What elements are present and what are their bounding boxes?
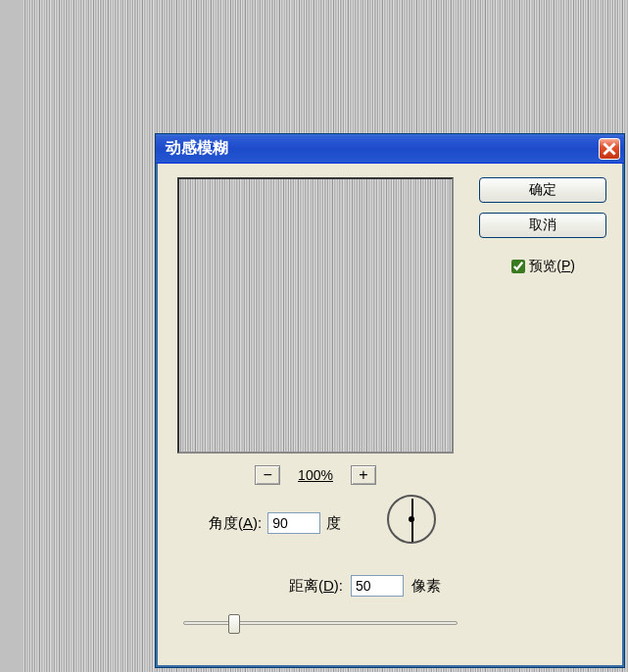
angle-dial[interactable] bbox=[387, 495, 440, 548]
dial-center bbox=[409, 516, 414, 522]
dialog-buttons: 确定 取消 bbox=[479, 177, 606, 238]
zoom-controls: − 100% + bbox=[177, 461, 454, 489]
cancel-button[interactable]: 取消 bbox=[479, 213, 606, 238]
preview-texture-overlay bbox=[179, 179, 452, 452]
slider-track bbox=[183, 621, 458, 625]
motion-blur-dialog: 动感模糊 − 100% + 确定 取消 预览(P) bbox=[155, 133, 625, 668]
angle-unit: 度 bbox=[326, 514, 341, 533]
distance-unit: 像素 bbox=[411, 577, 441, 596]
preview-area[interactable] bbox=[177, 177, 454, 454]
slider-thumb[interactable] bbox=[228, 614, 240, 634]
angle-row: 角度(A): 度 bbox=[209, 512, 341, 534]
preview-checkbox-row[interactable]: 预览(P) bbox=[511, 258, 575, 275]
close-icon bbox=[603, 142, 616, 156]
preview-label: 预览(P) bbox=[529, 258, 575, 275]
titlebar[interactable]: 动感模糊 bbox=[156, 134, 624, 164]
distance-row: 距离(D): 像素 bbox=[289, 575, 441, 597]
ok-button[interactable]: 确定 bbox=[479, 177, 606, 203]
zoom-percent[interactable]: 100% bbox=[298, 467, 333, 483]
angle-input[interactable] bbox=[267, 512, 320, 534]
distance-slider[interactable] bbox=[183, 612, 458, 634]
dialog-body: − 100% + 确定 取消 预览(P) 角度(A): 度 bbox=[160, 166, 620, 663]
zoom-out-button[interactable]: − bbox=[255, 465, 280, 485]
close-button[interactable] bbox=[599, 138, 620, 160]
preview-checkbox[interactable] bbox=[511, 260, 525, 273]
zoom-in-button[interactable]: + bbox=[351, 465, 376, 485]
distance-input[interactable] bbox=[351, 575, 404, 597]
angle-label: 角度(A): bbox=[209, 514, 262, 533]
dialog-title: 动感模糊 bbox=[166, 138, 228, 159]
distance-label: 距离(D): bbox=[289, 577, 343, 596]
